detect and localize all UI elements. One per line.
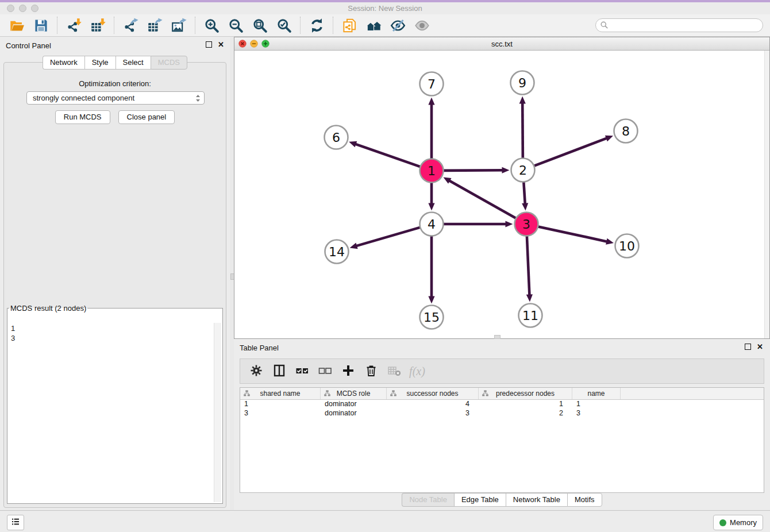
node-6[interactable]: 6 — [325, 126, 348, 149]
edge-3-10[interactable] — [538, 226, 614, 244]
export-network-button[interactable] — [118, 16, 143, 34]
close-panel-button[interactable]: ✕ — [218, 41, 224, 48]
network-window-titlebar[interactable]: scc.txt — [234, 37, 769, 51]
panel-splitter[interactable] — [230, 37, 234, 510]
function-builder-button[interactable]: f(x) — [407, 361, 428, 381]
float-panel-button[interactable] — [206, 41, 212, 48]
tab-edge-table[interactable]: Edge Table — [454, 493, 506, 507]
edge-4-3[interactable] — [444, 221, 513, 227]
close-table-panel-button[interactable]: ✕ — [757, 344, 763, 350]
svg-text:11: 11 — [522, 309, 538, 323]
edge-4-14[interactable] — [350, 228, 420, 249]
criterion-select[interactable]: strongly connected component — [26, 91, 205, 105]
edge-1-2[interactable] — [444, 167, 510, 174]
import-network-button[interactable] — [61, 16, 86, 34]
edge-2-9[interactable] — [519, 96, 526, 158]
svg-text:9: 9 — [518, 76, 526, 90]
zoom-in-button[interactable] — [199, 16, 224, 34]
tab-network-table[interactable]: Network Table — [506, 493, 567, 507]
delete-column-button[interactable] — [361, 361, 382, 381]
network-canvas[interactable]: 7968124314101511 — [234, 51, 769, 338]
tab-network[interactable]: Network — [43, 56, 84, 70]
edge-3-11[interactable] — [526, 236, 533, 302]
table-cell-shared-name[interactable]: 1 — [240, 400, 321, 409]
node-4[interactable]: 4 — [420, 213, 444, 236]
table-cell-shared-name[interactable]: 3 — [240, 409, 321, 418]
unselect-all-columns-button[interactable] — [315, 361, 336, 381]
status-list-button[interactable] — [7, 515, 24, 530]
column-header-name[interactable]: name — [572, 388, 621, 399]
edge-1-7[interactable] — [428, 98, 434, 159]
node-table: shared nameMCDS rolesuccessor nodesprede… — [240, 387, 764, 493]
run-mcds-button[interactable]: Run MCDS — [55, 110, 110, 124]
select-all-columns-button[interactable] — [292, 361, 313, 381]
table-cell-name[interactable]: 1 — [572, 400, 621, 409]
node-9[interactable]: 9 — [511, 71, 534, 95]
table-cell-name[interactable]: 3 — [572, 409, 621, 418]
apply-layout-button[interactable] — [305, 16, 329, 34]
table-cell-successor-nodes[interactable]: 3 — [387, 409, 479, 418]
new-network-from-selection-button[interactable] — [337, 16, 361, 34]
criterion-value: strongly connected component — [33, 94, 134, 102]
node-7[interactable]: 7 — [420, 72, 444, 96]
result-scrollbar[interactable] — [214, 323, 221, 502]
column-header-MCDS-role[interactable]: MCDS role — [321, 388, 387, 399]
tab-select[interactable]: Select — [116, 56, 151, 70]
zoom-selected-button[interactable] — [272, 16, 296, 34]
save-session-button[interactable] — [29, 16, 53, 34]
app-title: Session: New Session — [0, 4, 770, 13]
search-input[interactable] — [595, 18, 763, 32]
network-scrollbar[interactable] — [764, 51, 769, 338]
column-header-successor-nodes[interactable]: successor nodes — [387, 388, 479, 399]
table-cell-successor-nodes[interactable]: 4 — [387, 400, 479, 409]
node-14[interactable]: 14 — [325, 240, 349, 264]
import-table-button[interactable] — [86, 16, 110, 34]
table-cell-predecessor-nodes[interactable]: 2 — [479, 409, 572, 418]
tab-node-table[interactable]: Node Table — [402, 493, 454, 507]
export-table-button[interactable] — [143, 16, 167, 34]
column-label: MCDS role — [337, 390, 371, 398]
edge-2-3[interactable] — [522, 182, 528, 211]
create-column-button[interactable] — [338, 361, 359, 381]
toolbar-groups — [5, 14, 434, 36]
tab-style[interactable]: Style — [84, 56, 116, 70]
mcds-result-list[interactable]: 13 — [9, 323, 221, 502]
node-10[interactable]: 10 — [615, 234, 639, 258]
canvas-splitter-grip[interactable] — [494, 335, 500, 339]
open-session-button[interactable] — [5, 16, 29, 34]
table-row[interactable]: 3dominator323 — [240, 409, 764, 418]
show-column-button[interactable] — [269, 361, 290, 381]
main-toolbar — [0, 14, 770, 37]
float-table-panel-button[interactable] — [745, 344, 751, 350]
edge-4-15[interactable] — [428, 236, 434, 304]
memory-button[interactable]: Memory — [713, 515, 763, 530]
table-cell-MCDS-role[interactable]: dominator — [321, 409, 387, 418]
tab-motifs[interactable]: Motifs — [567, 493, 602, 507]
node-3[interactable]: 3 — [515, 213, 538, 236]
table-cell-predecessor-nodes[interactable]: 1 — [479, 400, 572, 409]
tab-mcds[interactable]: MCDS — [151, 56, 187, 70]
edge-2-8[interactable] — [534, 136, 613, 166]
hide-selected-button[interactable] — [386, 16, 410, 34]
edge-1-6[interactable] — [349, 141, 420, 167]
first-neighbors-button[interactable] — [361, 16, 386, 34]
close-mcds-panel-button[interactable]: Close panel — [118, 110, 175, 124]
zoom-out-button[interactable] — [224, 16, 248, 34]
table-cell-MCDS-role[interactable]: dominator — [321, 400, 387, 409]
column-header-shared-name[interactable]: shared name — [240, 388, 321, 399]
table-options-button[interactable] — [246, 361, 267, 381]
node-2[interactable]: 2 — [511, 159, 535, 182]
show-all-button[interactable] — [410, 16, 434, 34]
delete-table-button[interactable] — [384, 361, 405, 381]
edge-1-4[interactable] — [428, 183, 434, 211]
node-1[interactable]: 1 — [420, 159, 444, 183]
table-row[interactable]: 1dominator411 — [240, 400, 764, 409]
edge-3-1[interactable] — [443, 178, 515, 218]
export-image-button[interactable] — [167, 16, 191, 34]
node-11[interactable]: 11 — [519, 304, 542, 327]
node-8[interactable]: 8 — [614, 119, 638, 143]
zoom-fit-button[interactable] — [248, 16, 272, 34]
export-image-icon — [171, 18, 187, 33]
node-15[interactable]: 15 — [420, 306, 444, 329]
column-header-predecessor-nodes[interactable]: predecessor nodes — [479, 388, 572, 399]
